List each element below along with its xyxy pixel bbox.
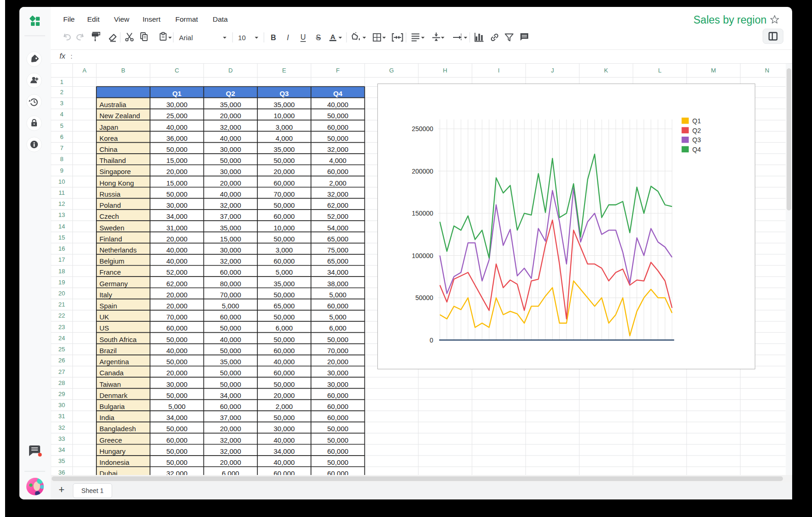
svg-text:Japan: Japan: [99, 123, 118, 131]
svg-text:26: 26: [59, 357, 65, 364]
svg-text:50,000: 50,000: [166, 447, 187, 455]
svg-text:2,000: 2,000: [275, 403, 293, 410]
svg-text:Singapore: Singapore: [99, 168, 131, 176]
svg-text:62,000: 62,000: [166, 280, 187, 288]
svg-text:30,000: 30,000: [220, 145, 241, 153]
svg-text:F: F: [336, 67, 340, 74]
svg-text:54,000: 54,000: [327, 224, 348, 232]
svg-text:I: I: [287, 34, 289, 42]
svg-text:30,000: 30,000: [274, 425, 295, 433]
svg-text:E: E: [282, 67, 287, 74]
svg-text:C: C: [175, 67, 179, 74]
svg-text:2,000: 2,000: [329, 179, 346, 187]
svg-text:5: 5: [60, 122, 63, 129]
svg-text:50,000: 50,000: [327, 112, 348, 120]
svg-text:0: 0: [430, 337, 433, 344]
svg-text:9: 9: [60, 167, 63, 174]
svg-text:11: 11: [59, 189, 65, 196]
svg-text:14: 14: [59, 223, 65, 230]
svg-text:35,000: 35,000: [220, 101, 241, 108]
svg-text:50,000: 50,000: [274, 156, 295, 164]
svg-text:Bulgaria: Bulgaria: [99, 403, 125, 410]
svg-text:17: 17: [59, 256, 65, 263]
svg-text:32: 32: [59, 424, 65, 431]
svg-text:60,000: 60,000: [327, 403, 348, 410]
svg-text:24: 24: [59, 335, 65, 342]
svg-text:20,000: 20,000: [274, 168, 295, 176]
svg-text:6: 6: [60, 133, 63, 140]
svg-text:40,000: 40,000: [220, 336, 241, 343]
svg-text:40,000: 40,000: [274, 436, 295, 444]
svg-text:34,000: 34,000: [327, 268, 348, 276]
svg-text:Belgium: Belgium: [99, 257, 124, 265]
svg-text:13: 13: [59, 212, 65, 219]
svg-text:50,000: 50,000: [166, 458, 187, 466]
svg-text:U: U: [300, 33, 306, 41]
svg-text:32,000: 32,000: [220, 436, 241, 444]
svg-text:4: 4: [60, 111, 63, 118]
svg-text:38,000: 38,000: [327, 280, 348, 288]
svg-text:50,000: 50,000: [327, 436, 348, 444]
svg-text:18: 18: [59, 268, 65, 275]
svg-text:Q2: Q2: [693, 127, 701, 134]
svg-text:50,000: 50,000: [166, 391, 187, 399]
svg-text:Arial: Arial: [179, 34, 193, 42]
svg-text:6,000: 6,000: [275, 324, 293, 332]
svg-text:31,000: 31,000: [166, 224, 187, 232]
svg-text:H: H: [443, 67, 447, 74]
svg-text:B: B: [121, 67, 125, 74]
svg-text:20,000: 20,000: [166, 235, 187, 243]
svg-text:150000: 150000: [412, 210, 433, 217]
svg-text:60,000: 60,000: [327, 469, 348, 475]
svg-text:50000: 50000: [415, 294, 433, 301]
svg-text:12: 12: [59, 200, 65, 207]
svg-text:Denmark: Denmark: [99, 391, 127, 399]
svg-text:Q3: Q3: [693, 136, 701, 144]
svg-text:65,000: 65,000: [327, 235, 348, 243]
svg-text:100000: 100000: [412, 252, 433, 259]
svg-text:Q4: Q4: [693, 146, 701, 153]
svg-text:36,000: 36,000: [166, 134, 187, 142]
svg-text:Italy: Italy: [99, 291, 112, 299]
svg-text:Hong Kong: Hong Kong: [99, 179, 134, 187]
svg-text:G: G: [389, 67, 394, 74]
svg-text:30,000: 30,000: [327, 369, 348, 377]
svg-text:6,000: 6,000: [329, 324, 346, 332]
svg-text:20,000: 20,000: [274, 391, 295, 399]
svg-text:50,000: 50,000: [166, 190, 187, 198]
svg-text:250000: 250000: [412, 125, 433, 132]
svg-text:UK: UK: [99, 313, 109, 321]
svg-text:US: US: [99, 324, 109, 332]
svg-text:30: 30: [59, 402, 65, 409]
svg-text:15,000: 15,000: [220, 235, 241, 243]
svg-text:4,000: 4,000: [329, 156, 346, 164]
svg-text:40,000: 40,000: [274, 358, 295, 366]
svg-text:32,000: 32,000: [220, 123, 241, 131]
svg-text:Q3: Q3: [280, 90, 289, 97]
svg-text:75,000: 75,000: [327, 246, 348, 254]
svg-text:Australia: Australia: [99, 101, 126, 108]
svg-text:40,000: 40,000: [166, 347, 187, 355]
svg-text:31: 31: [59, 413, 65, 420]
svg-text:6,000: 6,000: [222, 469, 239, 475]
svg-text:60,000: 60,000: [166, 436, 187, 444]
svg-text:60,000: 60,000: [274, 179, 295, 187]
svg-text:60,000: 60,000: [327, 391, 348, 399]
svg-text:Hungary: Hungary: [99, 447, 125, 455]
svg-text:B: B: [271, 34, 276, 42]
svg-text:52,000: 52,000: [327, 212, 348, 220]
svg-text:Netherlands: Netherlands: [99, 246, 137, 254]
svg-text:Q1: Q1: [693, 117, 701, 125]
svg-text:65,000: 65,000: [327, 257, 348, 265]
svg-text:32,000: 32,000: [327, 145, 348, 153]
svg-text:50,000: 50,000: [166, 145, 187, 153]
svg-text:62,000: 62,000: [327, 201, 348, 209]
svg-text:D: D: [228, 67, 233, 74]
svg-text:50,000: 50,000: [220, 324, 241, 332]
svg-text:5,000: 5,000: [329, 291, 346, 299]
svg-text:10: 10: [238, 34, 246, 42]
svg-text:Finland: Finland: [99, 235, 122, 243]
svg-text:50,000: 50,000: [274, 414, 295, 421]
svg-text:K: K: [604, 67, 608, 74]
svg-text:30,000: 30,000: [166, 101, 187, 108]
